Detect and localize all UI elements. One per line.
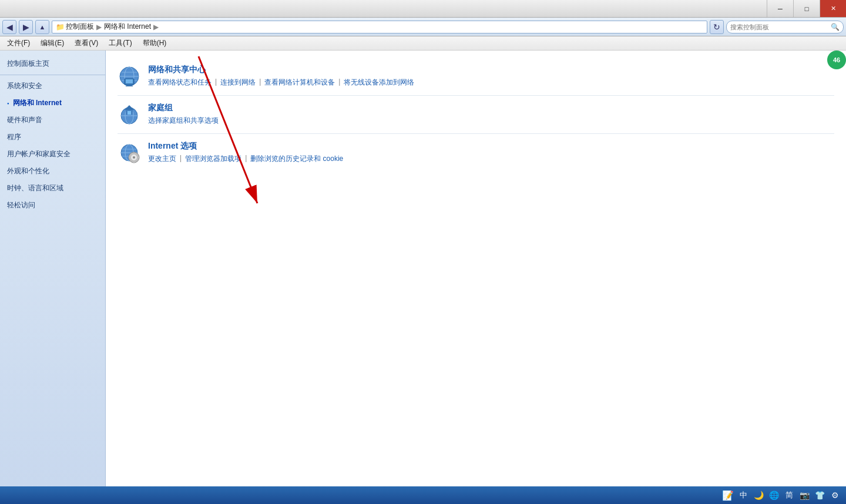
- svg-rect-26: [138, 157, 140, 159]
- link-homegroup-options[interactable]: 选择家庭组和共享选项: [148, 116, 219, 126]
- up-button[interactable]: ▲: [35, 20, 49, 34]
- taskbar-icon-settings[interactable]: ⚙: [828, 489, 841, 502]
- forward-button[interactable]: ▶: [19, 20, 33, 34]
- window-controls: ─ □ ✕: [767, 0, 846, 17]
- link-view-computers[interactable]: 查看网络计算机和设备: [264, 78, 335, 88]
- link-sep-5: |: [245, 154, 247, 164]
- path-icon: 📁: [56, 23, 65, 31]
- sidebar-item-system[interactable]: 系统和安全: [0, 78, 105, 95]
- path-container: 📁 控制面板 ▶ 网络和 Internet ▶: [56, 22, 160, 32]
- link-sep-1: |: [215, 78, 217, 88]
- sidebar-item-label-appearance: 外观和个性化: [7, 166, 49, 176]
- taskbar-icon-moon[interactable]: 🌙: [752, 489, 765, 502]
- minimize-button[interactable]: ─: [767, 0, 793, 17]
- section-network-sharing-title[interactable]: 网络和共享中心: [148, 65, 834, 75]
- svg-rect-23: [133, 153, 135, 154]
- section-internet-options-links: 更改主页 | 管理浏览器加载项 | 删除浏览的历史记录和 cookie: [148, 154, 834, 164]
- menu-help[interactable]: 帮助(H): [138, 37, 172, 49]
- svg-rect-14: [127, 111, 131, 115]
- network-sharing-icon: [118, 65, 141, 88]
- main-layout: 控制面板主页 系统和安全 网络和 Internet 硬件和声音 程序 用户帐户和…: [0, 51, 846, 486]
- section-network-sharing-content: 网络和共享中心 查看网络状态和任务 | 连接到网络 | 查看网络计算机和设备 |…: [148, 65, 834, 88]
- close-button[interactable]: ✕: [820, 0, 846, 17]
- sidebar-item-clock[interactable]: 时钟、语言和区域: [0, 180, 105, 197]
- internet-options-icon: [118, 141, 141, 164]
- sidebar-item-hardware[interactable]: 硬件和声音: [0, 112, 105, 129]
- link-connect-network[interactable]: 连接到网络: [220, 78, 256, 88]
- sidebar-item-users[interactable]: 用户帐户和家庭安全: [0, 146, 105, 163]
- sidebar-item-label-programs: 程序: [7, 132, 21, 142]
- section-homegroup-title[interactable]: 家庭组: [148, 103, 834, 113]
- sidebar-item-label-hardware: 硬件和声音: [7, 115, 42, 125]
- menu-view[interactable]: 查看(V): [70, 37, 103, 49]
- svg-rect-24: [133, 162, 135, 163]
- section-homegroup-links: 选择家庭组和共享选项: [148, 116, 834, 126]
- taskbar-icon-shirt[interactable]: 👕: [813, 489, 826, 502]
- link-sep-4: |: [180, 154, 182, 164]
- link-sep-3: |: [338, 78, 340, 88]
- sidebar-item-home[interactable]: 控制面板主页: [0, 55, 105, 72]
- taskbar-icon-ime-zh[interactable]: 中: [737, 489, 750, 502]
- back-button[interactable]: ◀: [2, 20, 16, 34]
- path-part-2: 网络和 Internet: [104, 22, 151, 32]
- sidebar-divider-1: [0, 75, 105, 75]
- sidebar-item-ease[interactable]: 轻松访问: [0, 197, 105, 214]
- path-part-1: 控制面板: [66, 22, 94, 32]
- sidebar-item-network[interactable]: 网络和 Internet: [0, 95, 105, 112]
- section-internet-options-content: Internet 选项 更改主页 | 管理浏览器加载项 | 删除浏览的历史记录和…: [148, 141, 834, 164]
- taskbar: 📝 中 🌙 🌐 简 📷 👕 ⚙: [0, 486, 846, 504]
- address-bar: ◀ ▶ ▲ 📁 控制面板 ▶ 网络和 Internet ▶ ↻ 🔍: [0, 18, 846, 36]
- homegroup-icon: [118, 103, 141, 126]
- sidebar-item-programs[interactable]: 程序: [0, 129, 105, 146]
- sidebar-item-label-clock: 时钟、语言和区域: [7, 183, 63, 193]
- section-internet-options-title[interactable]: Internet 选项: [148, 141, 834, 152]
- menu-bar: 文件(F) 编辑(E) 查看(V) 工具(T) 帮助(H): [0, 36, 846, 51]
- taskbar-system-tray: 📝 中 🌙 🌐 简 📷 👕 ⚙: [721, 489, 841, 502]
- sidebar-item-label-home: 控制面板主页: [7, 59, 49, 69]
- sidebar-item-label-ease: 轻松访问: [7, 200, 35, 210]
- link-add-wireless[interactable]: 将无线设备添加到网络: [344, 78, 414, 88]
- link-delete-history[interactable]: 删除浏览的历史记录和 cookie: [250, 154, 343, 164]
- taskbar-icon-camera[interactable]: 📷: [798, 489, 811, 502]
- link-manage-addons[interactable]: 管理浏览器加载项: [185, 154, 241, 164]
- section-network-sharing-links: 查看网络状态和任务 | 连接到网络 | 查看网络计算机和设备 | 将无线设备添加…: [148, 78, 834, 88]
- sidebar-item-label-system: 系统和安全: [7, 81, 42, 91]
- section-homegroup: 家庭组 选择家庭组和共享选项: [118, 96, 834, 134]
- svg-point-22: [133, 156, 135, 159]
- menu-file[interactable]: 文件(F): [2, 37, 35, 49]
- sidebar-item-label-network: 网络和 Internet: [13, 98, 62, 108]
- refresh-button[interactable]: ↻: [710, 20, 724, 34]
- section-homegroup-content: 家庭组 选择家庭组和共享选项: [148, 103, 834, 126]
- menu-tools[interactable]: 工具(T): [104, 37, 136, 49]
- svg-rect-7: [127, 85, 132, 86]
- notification-badge[interactable]: 46: [827, 51, 846, 69]
- section-internet-options: Internet 选项 更改主页 | 管理浏览器加载项 | 删除浏览的历史记录和…: [118, 134, 834, 172]
- path-separator: ▶: [96, 23, 102, 31]
- section-network-sharing: 网络和共享中心 查看网络状态和任务 | 连接到网络 | 查看网络计算机和设备 |…: [118, 58, 834, 96]
- link-change-homepage[interactable]: 更改主页: [148, 154, 176, 164]
- link-sep-2: |: [259, 78, 261, 88]
- path-separator-2: ▶: [153, 23, 159, 31]
- menu-edit[interactable]: 编辑(E): [36, 37, 69, 49]
- sidebar: 控制面板主页 系统和安全 网络和 Internet 硬件和声音 程序 用户帐户和…: [0, 51, 106, 486]
- search-icon[interactable]: 🔍: [831, 23, 840, 31]
- taskbar-icon-network[interactable]: 🌐: [767, 489, 780, 502]
- link-view-status[interactable]: 查看网络状态和任务: [148, 78, 212, 88]
- title-bar: ─ □ ✕: [0, 0, 846, 18]
- svg-rect-8: [126, 86, 133, 86]
- svg-rect-25: [129, 157, 131, 159]
- taskbar-icon-jian[interactable]: 简: [783, 489, 795, 502]
- address-path[interactable]: 📁 控制面板 ▶ 网络和 Internet ▶: [52, 21, 707, 33]
- search-box[interactable]: 🔍: [726, 21, 844, 33]
- content-area: 网络和共享中心 查看网络状态和任务 | 连接到网络 | 查看网络计算机和设备 |…: [106, 51, 846, 486]
- sidebar-item-label-users: 用户帐户和家庭安全: [7, 149, 70, 159]
- sidebar-item-appearance[interactable]: 外观和个性化: [0, 163, 105, 180]
- maximize-button[interactable]: □: [793, 0, 820, 17]
- search-input[interactable]: [730, 23, 828, 31]
- svg-rect-6: [126, 79, 133, 83]
- svg-marker-12: [125, 105, 134, 110]
- taskbar-icon-wps[interactable]: 📝: [721, 489, 734, 502]
